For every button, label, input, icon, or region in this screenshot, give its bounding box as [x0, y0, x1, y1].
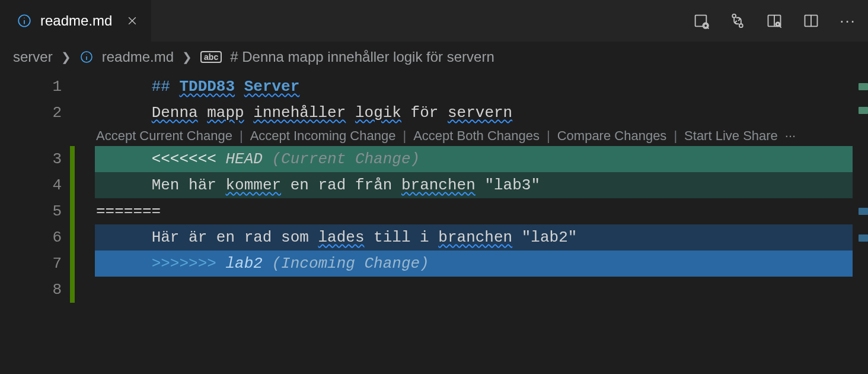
- minimap-marker: [859, 83, 868, 90]
- tab-active[interactable]: readme.md: [0, 0, 151, 42]
- breadcrumb-folder[interactable]: server: [13, 49, 53, 65]
- svg-point-10: [739, 24, 743, 27]
- preview-icon[interactable]: [766, 12, 783, 29]
- minimap-marker: [859, 107, 868, 114]
- open-changes-icon[interactable]: [693, 12, 709, 29]
- line-number: 6: [0, 224, 70, 251]
- line-number: 4: [0, 172, 70, 198]
- compare-icon[interactable]: [729, 12, 746, 29]
- close-icon[interactable]: [126, 15, 138, 27]
- line-number: 3: [0, 146, 70, 172]
- minimap-marker: [859, 208, 868, 215]
- tab-filename: readme.md: [40, 12, 112, 29]
- line-number: 1: [0, 74, 70, 100]
- tab-bar: readme.md ···: [0, 0, 868, 42]
- codelens-compare[interactable]: Compare Changes: [557, 123, 667, 149]
- svg-point-9: [732, 14, 736, 18]
- editor-actions: ···: [693, 0, 856, 42]
- conflict-current-line[interactable]: 4 Men här kommer en rad från branchen "l…: [0, 172, 868, 198]
- line-number: 5: [0, 198, 70, 224]
- minimap-marker: [859, 234, 868, 242]
- chevron-right-icon: ❯: [61, 50, 71, 64]
- editor[interactable]: 1 ## TDDD83 Server 2 Denna mapp innehåll…: [0, 74, 868, 303]
- line-number: 8: [0, 277, 70, 303]
- info-icon: [17, 13, 32, 28]
- line-number: 7: [0, 251, 70, 277]
- codelens-live-share[interactable]: Start Live Share: [684, 123, 778, 149]
- info-icon: [79, 50, 94, 64]
- more-icon[interactable]: ···: [840, 12, 856, 29]
- split-icon[interactable]: [803, 12, 819, 29]
- svg-point-20: [86, 54, 87, 55]
- svg-point-2: [24, 17, 24, 18]
- conflict-marker: >>>>>>>: [152, 255, 226, 272]
- line-number: 2: [0, 100, 70, 126]
